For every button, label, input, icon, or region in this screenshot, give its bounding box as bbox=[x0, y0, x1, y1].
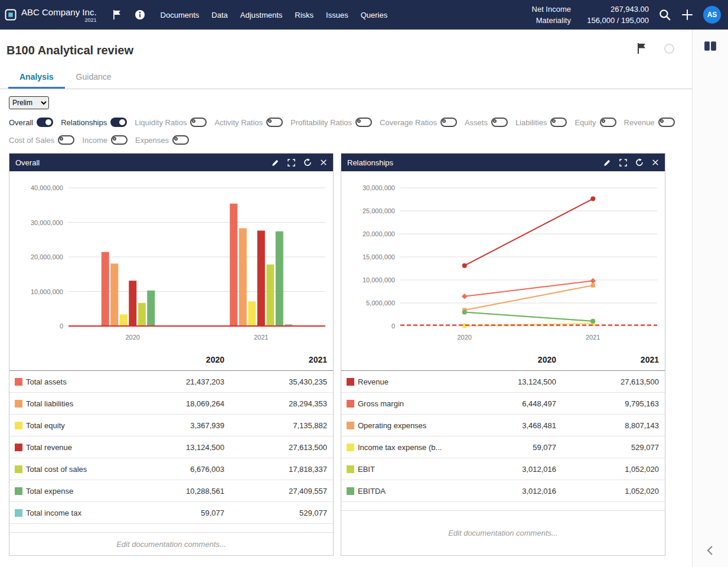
nav-data[interactable]: Data bbox=[211, 11, 227, 19]
table-row: Total expense10,288,56127,409,557 bbox=[9, 480, 333, 502]
nav-adjustments[interactable]: Adjustments bbox=[240, 11, 283, 19]
toggle-switch[interactable] bbox=[37, 118, 53, 127]
panel-header-icons bbox=[603, 158, 659, 167]
toggle-activity-ratios[interactable]: Activity Ratios bbox=[214, 118, 283, 127]
toggle-cost-of-sales[interactable]: Cost of Sales bbox=[9, 135, 74, 145]
company-name: ABC Company Inc. bbox=[21, 7, 97, 17]
toggle-switch[interactable] bbox=[266, 118, 283, 127]
edit-pencil-icon[interactable] bbox=[272, 159, 279, 167]
page-actions bbox=[636, 43, 674, 54]
legend-swatch bbox=[347, 487, 354, 495]
flag-icon[interactable] bbox=[112, 9, 122, 20]
toggle-liabilities[interactable]: Liabilities bbox=[515, 118, 567, 127]
toggle-switch[interactable] bbox=[58, 135, 74, 145]
engagement-metrics: Net Income 267,943.00 Materiality 156,00… bbox=[532, 5, 649, 25]
row-label: Operating expenses bbox=[358, 421, 426, 430]
info-icon[interactable] bbox=[135, 9, 145, 20]
svg-text:5,000,000: 5,000,000 bbox=[366, 299, 395, 307]
panel-title: Overall bbox=[15, 158, 40, 167]
edit-pencil-icon[interactable] bbox=[603, 159, 611, 167]
svg-text:2020: 2020 bbox=[126, 334, 140, 341]
tab-analysis[interactable]: Analysis bbox=[8, 67, 65, 89]
value-2021: 529,077 bbox=[562, 443, 665, 452]
reset-icon[interactable] bbox=[635, 158, 644, 167]
toggle-revenue[interactable]: Revenue bbox=[624, 118, 675, 127]
period-select[interactable]: Prelim bbox=[9, 96, 49, 109]
value-2020: 6,676,003 bbox=[128, 465, 230, 474]
value-2021: 1,052,020 bbox=[562, 465, 665, 474]
row-label: Gross margin bbox=[358, 399, 404, 408]
toggle-switch[interactable] bbox=[440, 118, 457, 127]
nav-queries[interactable]: Queries bbox=[361, 11, 388, 19]
reset-icon[interactable] bbox=[303, 158, 312, 167]
net-income-value: 267,943.00 bbox=[573, 5, 649, 14]
value-2020: 59,077 bbox=[128, 509, 230, 517]
topbar-nav: Documents Data Adjustments Risks Issues … bbox=[161, 11, 388, 19]
toggle-label: Relationships bbox=[61, 118, 107, 127]
value-2021: 35,430,235 bbox=[230, 377, 333, 386]
toggle-switch[interactable] bbox=[190, 118, 207, 127]
toggle-switch[interactable] bbox=[355, 118, 372, 127]
svg-text:2021: 2021 bbox=[254, 334, 268, 341]
toggle-switch[interactable] bbox=[172, 135, 189, 145]
legend-swatch bbox=[347, 422, 354, 429]
documentation-comments-field[interactable]: Edit documentation comments... bbox=[9, 532, 333, 555]
tab-guidance[interactable]: Guidance bbox=[65, 67, 123, 89]
status-circle-icon[interactable] bbox=[664, 44, 674, 54]
toggle-expenses[interactable]: Expenses bbox=[135, 135, 189, 145]
flag-icon[interactable] bbox=[636, 43, 647, 54]
value-2020: 59,077 bbox=[459, 443, 562, 452]
toggle-switch[interactable] bbox=[550, 118, 567, 127]
table-column-headers: 2020 2021 bbox=[341, 348, 665, 371]
panel-title: Relationships bbox=[347, 158, 393, 167]
legend-swatch bbox=[15, 378, 22, 386]
svg-text:20,000,000: 20,000,000 bbox=[363, 230, 395, 237]
toggle-label: Expenses bbox=[135, 136, 169, 145]
toggle-switch[interactable] bbox=[658, 118, 675, 127]
toggle-switch[interactable] bbox=[110, 118, 127, 127]
svg-text:10,000,000: 10,000,000 bbox=[31, 288, 63, 295]
toggle-assets[interactable]: Assets bbox=[465, 118, 508, 127]
documentation-comments-field[interactable]: Edit documentation comments... bbox=[341, 510, 665, 555]
toggle-income[interactable]: Income bbox=[82, 135, 128, 145]
value-2021: 8,807,143 bbox=[562, 421, 665, 430]
close-icon[interactable] bbox=[320, 159, 327, 166]
value-2020: 3,012,016 bbox=[459, 487, 562, 496]
toggle-coverage-ratios[interactable]: Coverage Ratios bbox=[380, 118, 457, 127]
chart-panels: Overall 010,000,0002 bbox=[0, 145, 692, 556]
value-2020: 3,367,939 bbox=[128, 421, 230, 430]
toggle-switch[interactable] bbox=[600, 118, 616, 127]
column-2020: 2020 bbox=[128, 355, 230, 364]
toggle-switch[interactable] bbox=[491, 118, 508, 127]
nav-issues[interactable]: Issues bbox=[326, 11, 348, 19]
legend-table: Total assets21,437,20335,430,235Total li… bbox=[9, 371, 333, 524]
expand-icon[interactable] bbox=[619, 159, 627, 167]
search-icon[interactable] bbox=[658, 8, 671, 21]
toggle-label: Overall bbox=[9, 118, 33, 127]
entity-selector[interactable]: ABC Company Inc. 2021 bbox=[21, 7, 97, 23]
add-icon[interactable] bbox=[681, 8, 694, 21]
toggle-relationships[interactable]: Relationships bbox=[61, 118, 127, 127]
avatar[interactable]: AS bbox=[703, 6, 721, 24]
document-pane-icon[interactable] bbox=[704, 40, 717, 54]
legend-table: Revenue13,124,50027,613,500Gross margin6… bbox=[341, 371, 665, 502]
toggle-profitability-ratios[interactable]: Profitability Ratios bbox=[290, 118, 372, 127]
close-icon[interactable] bbox=[652, 159, 659, 166]
value-2020: 13,124,500 bbox=[459, 377, 562, 386]
toggle-liquidity-ratios[interactable]: Liquidity Ratios bbox=[135, 118, 207, 127]
value-2020: 6,448,497 bbox=[459, 399, 562, 408]
row-label: Revenue bbox=[358, 377, 389, 386]
row-label: Total revenue bbox=[26, 443, 72, 452]
toggle-switch[interactable] bbox=[111, 135, 128, 145]
expand-icon[interactable] bbox=[288, 159, 295, 167]
materiality-value: 156,000 / 195,000 bbox=[573, 16, 649, 25]
row-label: EBIT bbox=[358, 465, 375, 474]
table-row: Gross margin6,448,4979,795,163 bbox=[341, 393, 665, 415]
toggle-overall[interactable]: Overall bbox=[9, 118, 53, 127]
nav-documents[interactable]: Documents bbox=[161, 11, 200, 19]
collapse-chevron-icon[interactable] bbox=[704, 545, 716, 559]
legend-swatch bbox=[347, 400, 354, 408]
toggle-equity[interactable]: Equity bbox=[574, 118, 616, 127]
nav-risks[interactable]: Risks bbox=[295, 11, 314, 19]
value-2021: 27,613,500 bbox=[230, 443, 333, 452]
